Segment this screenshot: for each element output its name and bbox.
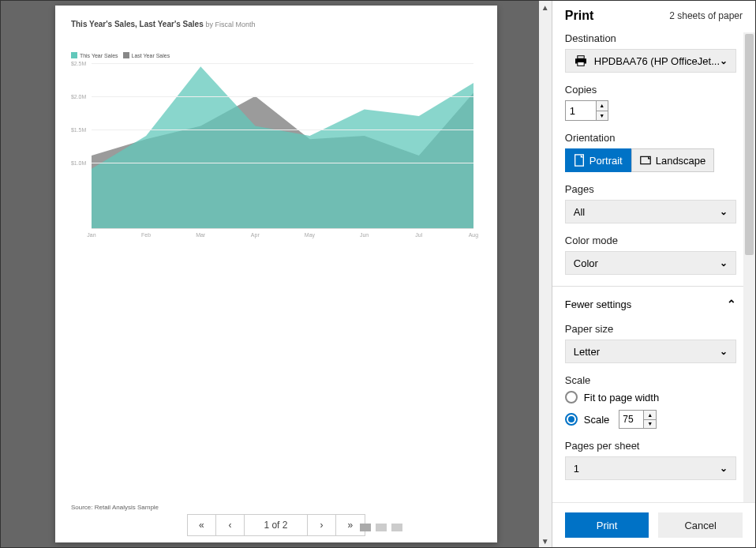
orientation-label: Orientation xyxy=(565,132,736,144)
pages-per-sheet-label: Pages per sheet xyxy=(565,440,736,452)
portrait-button[interactable]: Portrait xyxy=(565,148,631,172)
sheet-count: 2 sheets of paper xyxy=(669,10,743,21)
scroll-track[interactable] xyxy=(539,13,552,535)
fewer-settings-label: Fewer settings xyxy=(565,298,632,310)
scroll-down-icon[interactable]: ▼ xyxy=(539,535,552,547)
print-title: Print xyxy=(565,9,593,23)
scale-up-icon[interactable]: ▲ xyxy=(644,411,656,420)
settings-scrollbar[interactable] xyxy=(743,32,755,502)
scale-option-label: Scale xyxy=(584,414,610,426)
color-mode-dropdown[interactable]: Color ⌄ xyxy=(565,251,736,275)
next-page-button[interactable]: › xyxy=(308,515,336,535)
fit-width-label: Fit to page width xyxy=(584,392,659,403)
cancel-button[interactable]: Cancel xyxy=(658,512,743,538)
color-mode-label: Color mode xyxy=(565,235,736,246)
chevron-down-icon: ⌄ xyxy=(720,346,728,357)
pages-label: Pages xyxy=(565,183,736,195)
legend-item-last-year: Last Year Sales xyxy=(123,52,170,58)
landscape-button[interactable]: Landscape xyxy=(631,148,715,172)
chevron-down-icon: ⌄ xyxy=(720,206,728,217)
scale-radio[interactable] xyxy=(565,413,578,426)
scale-stepper[interactable]: ▲ ▼ xyxy=(619,410,657,429)
pages-per-sheet-value: 1 xyxy=(574,463,579,475)
print-footer: Print Cancel xyxy=(552,502,755,547)
settings-divider xyxy=(552,286,752,287)
orientation-setting: Orientation Portrait Landscape xyxy=(565,132,752,172)
pages-per-sheet-dropdown[interactable]: 1 ⌄ xyxy=(565,456,736,480)
page-thumbnails xyxy=(360,524,402,531)
paper-size-setting: Paper size Letter ⌄ xyxy=(565,323,752,363)
scrollbar-thumb[interactable] xyxy=(745,34,754,255)
preview-scrollbar[interactable]: ▲ ▼ xyxy=(539,1,552,547)
scale-radio-row[interactable]: Scale ▲ ▼ xyxy=(565,410,736,429)
landscape-icon xyxy=(640,154,651,167)
printer-icon xyxy=(574,55,588,66)
svg-rect-0 xyxy=(578,56,584,59)
preview-page: This Year's Sales, Last Year's Sales by … xyxy=(55,6,497,542)
pages-per-sheet-setting: Pages per sheet 1 ⌄ xyxy=(565,440,752,480)
print-preview-pane: This Year's Sales, Last Year's Sales by … xyxy=(1,1,552,547)
copies-up-icon[interactable]: ▲ xyxy=(597,101,608,111)
copies-stepper[interactable]: ▲ ▼ xyxy=(565,100,608,121)
copies-setting: Copies ▲ ▼ xyxy=(565,84,752,121)
pages-dropdown[interactable]: All ⌄ xyxy=(565,200,736,223)
chart-plot-area: $1.0M$1.5M$2.0M$2.5MJanFebMarAprMayJunJu… xyxy=(92,63,473,229)
pages-setting: Pages All ⌄ xyxy=(565,183,752,223)
thumbnail-1[interactable] xyxy=(360,524,371,531)
scale-label: Scale xyxy=(565,374,736,386)
chevron-down-icon: ⌄ xyxy=(720,463,728,474)
area-chart-svg xyxy=(92,63,473,228)
color-mode-value: Color xyxy=(574,257,598,269)
copies-down-icon[interactable]: ▼ xyxy=(597,111,608,121)
destination-setting: Destination HPDBAA76 (HP OfficeJet... ⌄ xyxy=(565,32,752,73)
print-button[interactable]: Print xyxy=(565,512,649,538)
legend-swatch-gray xyxy=(123,52,129,58)
destination-dropdown[interactable]: HPDBAA76 (HP OfficeJet... ⌄ xyxy=(565,49,736,73)
fit-width-radio[interactable] xyxy=(565,391,578,403)
copies-input[interactable] xyxy=(566,101,596,120)
legend-swatch-teal xyxy=(71,52,77,58)
paper-size-label: Paper size xyxy=(565,323,736,335)
chart-source-text: Source: Retail Analysis Sample xyxy=(71,504,159,511)
scale-setting: Scale Fit to page width Scale ▲ ▼ xyxy=(565,374,752,429)
scale-input[interactable] xyxy=(619,411,643,428)
thumbnail-2[interactable] xyxy=(376,524,387,531)
print-settings-panel: Print 2 sheets of paper Destination HPDB… xyxy=(552,1,755,547)
paper-size-dropdown[interactable]: Letter ⌄ xyxy=(565,340,736,363)
page-indicator: 1 of 2 xyxy=(245,515,308,535)
pages-value: All xyxy=(574,206,585,218)
thumbnail-3[interactable] xyxy=(391,524,402,531)
print-header: Print 2 sheets of paper xyxy=(552,1,755,32)
first-page-button[interactable]: « xyxy=(188,515,216,535)
chevron-down-icon: ⌄ xyxy=(720,55,728,66)
portrait-label: Portrait xyxy=(589,155,623,167)
chart-title: This Year's Sales, Last Year's Sales by … xyxy=(71,20,481,28)
chart-title-main: This Year's Sales, Last Year's Sales xyxy=(71,20,204,28)
landscape-label: Landscape xyxy=(656,155,706,167)
legend-label-1: This Year Sales xyxy=(80,53,118,58)
svg-rect-2 xyxy=(578,62,584,66)
print-settings-body: Destination HPDBAA76 (HP OfficeJet... ⌄ … xyxy=(552,32,755,502)
copies-label: Copies xyxy=(565,84,736,96)
legend-label-2: Last Year Sales xyxy=(132,53,170,58)
scale-down-icon[interactable]: ▼ xyxy=(644,420,656,429)
color-mode-setting: Color mode Color ⌄ xyxy=(565,235,752,275)
chevron-up-icon: ⌃ xyxy=(727,298,736,310)
chevron-down-icon: ⌄ xyxy=(720,257,728,268)
scroll-up-icon[interactable]: ▲ xyxy=(539,1,552,13)
chart-legend: This Year Sales Last Year Sales xyxy=(71,52,481,58)
page-navigator: « ‹ 1 of 2 › » xyxy=(187,514,365,536)
destination-value: HPDBAA76 (HP OfficeJet... xyxy=(594,55,720,67)
prev-page-button[interactable]: ‹ xyxy=(216,515,245,535)
fit-width-radio-row[interactable]: Fit to page width xyxy=(565,391,736,403)
fewer-settings-toggle[interactable]: Fewer settings ⌃ xyxy=(565,298,752,310)
legend-item-this-year: This Year Sales xyxy=(71,52,118,58)
chart-title-sub: by Fiscal Month xyxy=(206,21,256,28)
paper-size-value: Letter xyxy=(574,346,600,358)
destination-label: Destination xyxy=(565,32,736,44)
portrait-icon xyxy=(574,154,585,167)
